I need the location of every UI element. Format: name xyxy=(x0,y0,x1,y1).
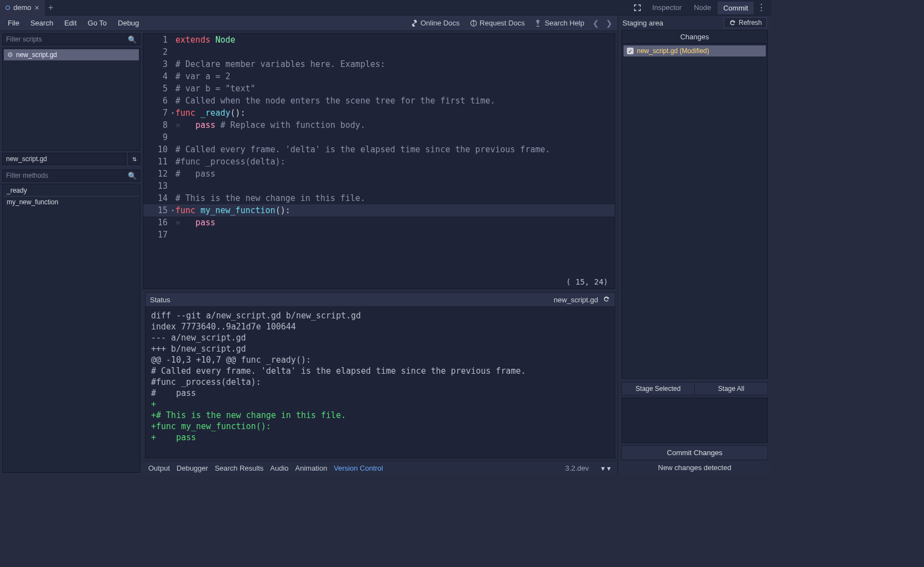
change-item[interactable]: ✓ new_script.gd (Modified) xyxy=(624,45,766,56)
code-line[interactable]: 15▾func my_new_function(): xyxy=(143,204,615,217)
tab-debugger[interactable]: Debugger xyxy=(177,464,208,472)
commit-message-input[interactable] xyxy=(621,398,768,443)
method-item[interactable]: _ready xyxy=(3,185,139,197)
add-tab-button[interactable]: + xyxy=(45,3,57,13)
tab-output[interactable]: Output xyxy=(148,464,170,472)
menu-debug[interactable]: Debug xyxy=(113,17,143,29)
online-docs-button[interactable]: Online Docs xyxy=(407,17,463,29)
request-docs-button[interactable]: Request Docs xyxy=(466,17,528,29)
script-path-box[interactable]: new_script.gd xyxy=(2,153,126,165)
code-line[interactable]: 14# This is the new change in this file. xyxy=(143,192,615,204)
refresh-icon xyxy=(729,19,736,27)
staging-area-label: Staging area xyxy=(622,19,663,27)
nav-forward-icon[interactable]: ❯ xyxy=(604,19,614,28)
code-line[interactable]: 3# Declare member variables here. Exampl… xyxy=(143,58,615,70)
tab-inspector[interactable]: Inspector xyxy=(647,1,687,14)
tab-node[interactable]: Node xyxy=(688,1,717,14)
code-line[interactable]: 13 xyxy=(143,180,615,192)
code-editor[interactable]: 1extends Node23# Declare member variable… xyxy=(143,33,615,289)
scene-tab-label: demo xyxy=(13,3,32,12)
script-icon: ⚙ xyxy=(7,51,13,59)
code-line[interactable]: 4# var a = 2 xyxy=(143,70,615,83)
sort-icon[interactable]: ⇅ xyxy=(128,153,141,165)
filter-methods-box[interactable]: 🔍 xyxy=(2,169,141,182)
menu-edit[interactable]: Edit xyxy=(60,17,81,29)
nav-back-icon[interactable]: ❮ xyxy=(591,19,601,28)
scene-tab-bar: demo × + Inspector Node Commit ⋮ xyxy=(0,0,771,16)
code-line[interactable]: 16» pass xyxy=(143,217,615,229)
code-line[interactable]: 17 xyxy=(143,229,615,241)
tab-search-results[interactable]: Search Results xyxy=(215,464,263,472)
stage-all-button[interactable]: Stage All xyxy=(695,382,768,395)
commit-button[interactable]: Commit Changes xyxy=(621,445,768,460)
script-menubar: File Search Edit Go To Debug Online Docs… xyxy=(0,16,617,31)
script-list: ⚙ new_script.gd xyxy=(2,48,141,151)
method-list: _ready my_new_function xyxy=(2,184,141,473)
diff-status-label: Status xyxy=(150,296,170,304)
script-path-row: new_script.gd ⇅ xyxy=(2,153,141,165)
code-line[interactable]: 1extends Node xyxy=(143,34,615,46)
version-label: 3.2.dev xyxy=(565,464,589,472)
script-sidebar: 🔍 ⚙ new_script.gd new_script.gd ⇅ 🔍 xyxy=(0,31,143,475)
bottom-panel-tabs: Output Debugger Search Results Audio Ani… xyxy=(143,461,617,475)
code-line[interactable]: 11#func _process(delta): xyxy=(143,156,615,168)
refresh-button[interactable]: Refresh xyxy=(724,17,767,28)
commit-status-label: New changes detected xyxy=(618,460,771,475)
cursor-position: ( 15, 24) xyxy=(143,275,615,288)
tab-commit[interactable]: Commit xyxy=(718,1,754,14)
dock-menu-icon[interactable]: ⋮ xyxy=(755,2,768,13)
search-icon: 🔍 xyxy=(128,172,137,180)
menu-file[interactable]: File xyxy=(3,17,24,29)
changes-list: Changes ✓ new_script.gd (Modified) xyxy=(621,30,768,379)
info-icon xyxy=(470,19,477,27)
scene-icon xyxy=(6,6,10,10)
method-item[interactable]: my_new_function xyxy=(3,197,139,208)
stage-selected-button[interactable]: Stage Selected xyxy=(621,382,695,395)
changes-title: Changes xyxy=(622,30,767,44)
menu-goto[interactable]: Go To xyxy=(84,17,111,29)
right-dock-tabbar: Inspector Node Commit ⋮ xyxy=(646,0,771,16)
code-line[interactable]: 2 xyxy=(143,46,615,58)
tab-version-control[interactable]: Version Control xyxy=(334,464,383,472)
script-list-item[interactable]: ⚙ new_script.gd xyxy=(4,49,139,60)
diff-panel: Status new_script.gd diff --git a/new_sc… xyxy=(145,292,615,458)
code-line[interactable]: 5# var b = "text" xyxy=(143,83,615,95)
code-line[interactable]: 9 xyxy=(143,131,615,143)
link-icon xyxy=(411,19,418,27)
code-line[interactable]: 7▾func _ready(): xyxy=(143,107,615,119)
filter-scripts-box[interactable]: 🔍 xyxy=(2,33,141,45)
tab-audio[interactable]: Audio xyxy=(270,464,288,472)
change-item-label: new_script.gd (Modified) xyxy=(637,47,709,55)
commit-dock: Staging area Refresh Changes ✓ new_scrip… xyxy=(617,16,771,475)
close-icon[interactable]: × xyxy=(35,3,39,12)
distraction-free-icon[interactable] xyxy=(634,4,641,12)
code-line[interactable]: 6# Called when the node enters the scene… xyxy=(143,95,615,107)
code-line[interactable]: 8» pass # Replace with function body. xyxy=(143,119,615,131)
code-line[interactable]: 12# pass xyxy=(143,168,615,180)
script-item-label: new_script.gd xyxy=(16,51,57,59)
scene-tab[interactable]: demo × xyxy=(0,0,45,16)
check-icon: ✓ xyxy=(627,48,634,54)
collapse-panel-icon[interactable]: ▼▼ xyxy=(600,465,612,472)
svg-point-1 xyxy=(537,20,539,22)
reload-icon[interactable] xyxy=(603,295,610,305)
code-line[interactable]: 10# Called every frame. 'delta' is the e… xyxy=(143,143,615,156)
filter-scripts-input[interactable] xyxy=(6,35,128,43)
search-icon: 🔍 xyxy=(128,35,137,44)
filter-methods-input[interactable] xyxy=(6,172,128,179)
menu-search[interactable]: Search xyxy=(26,17,58,29)
tab-animation[interactable]: Animation xyxy=(295,464,328,472)
diff-body[interactable]: diff --git a/new_script.gd b/new_script.… xyxy=(145,307,615,458)
help-icon xyxy=(534,19,542,27)
search-help-button[interactable]: Search Help xyxy=(531,17,588,29)
diff-file-label: new_script.gd xyxy=(554,296,598,304)
